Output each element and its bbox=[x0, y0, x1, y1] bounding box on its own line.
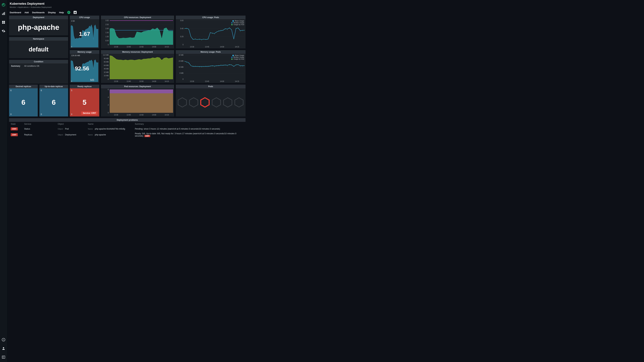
svg-point-128 bbox=[244, 65, 245, 66]
mem-res-panel[interactable]: Memory resources: Deployment 16 MB32 MB4… bbox=[101, 50, 174, 83]
mem-usage-panel[interactable]: Memory usage 128.00 MB 92.56MB 0 bbox=[70, 50, 99, 83]
gear-icon[interactable] bbox=[2, 29, 5, 33]
svg-point-59 bbox=[229, 28, 230, 28]
svg-text:13:50: 13:50 bbox=[139, 46, 144, 48]
svg-point-123 bbox=[234, 65, 234, 66]
svg-text:2.50: 2.50 bbox=[106, 24, 109, 25]
logo-icon[interactable] bbox=[2, 3, 5, 7]
pods-hexagons bbox=[176, 88, 246, 116]
svg-point-120 bbox=[227, 66, 228, 66]
svg-rect-3 bbox=[2, 21, 3, 22]
calendar-icon[interactable]: ▦ bbox=[74, 11, 77, 14]
uptodate-replicas-value: 6 bbox=[40, 88, 68, 116]
mem-res-title: Memory resources: Deployment bbox=[101, 50, 174, 54]
svg-text:0: 0 bbox=[108, 44, 109, 45]
svg-rect-11 bbox=[2, 356, 5, 359]
menu-help[interactable]: Help bbox=[59, 11, 64, 14]
pod-hex-icon-crit[interactable] bbox=[200, 97, 210, 108]
pod-hex-icon[interactable] bbox=[223, 97, 232, 108]
svg-point-113 bbox=[212, 66, 213, 66]
svg-point-124 bbox=[236, 64, 236, 65]
svg-text:6: 6 bbox=[108, 89, 109, 90]
namespace-name: default bbox=[9, 41, 68, 58]
pod-hex-icon[interactable] bbox=[212, 97, 221, 108]
svg-text:4: 4 bbox=[108, 96, 109, 98]
svg-text:13:30: 13:30 bbox=[114, 114, 118, 116]
svg-point-112 bbox=[210, 66, 210, 66]
svg-point-38 bbox=[184, 28, 185, 29]
svg-point-48 bbox=[206, 39, 206, 39]
svg-point-107 bbox=[199, 67, 200, 67]
svg-text:13:30: 13:30 bbox=[114, 46, 118, 48]
ready-replicas-panel[interactable]: Ready replicas 5 0 5 Service: CRIT bbox=[70, 85, 99, 116]
svg-text:1.00: 1.00 bbox=[106, 36, 109, 37]
svg-point-109 bbox=[204, 66, 204, 67]
menu-add[interactable]: Add bbox=[24, 11, 29, 14]
svg-rect-9 bbox=[3, 339, 4, 339]
svg-point-61 bbox=[234, 38, 234, 39]
desired-replicas-value: 6 bbox=[9, 88, 38, 116]
table-row[interactable]: CRIT Replicas ObjectDeployment Namephp-a… bbox=[9, 131, 246, 138]
svg-text:13:40: 13:40 bbox=[126, 114, 131, 116]
svg-point-101 bbox=[186, 62, 187, 63]
svg-point-57 bbox=[225, 29, 226, 29]
svg-point-115 bbox=[216, 66, 217, 66]
pod-hex-icon[interactable] bbox=[189, 97, 198, 108]
svg-text:13:45: 13:45 bbox=[205, 80, 209, 82]
svg-text:13:40: 13:40 bbox=[126, 46, 131, 48]
user-icon[interactable] bbox=[2, 347, 5, 350]
deployment-title: Deployment bbox=[9, 15, 68, 19]
svg-text:14:00: 14:00 bbox=[152, 114, 156, 116]
uptodate-replicas-panel[interactable]: Up-to-date replicas 6 0 6 bbox=[40, 85, 68, 116]
namespace-panel: Namespace default bbox=[9, 37, 68, 58]
svg-point-42 bbox=[193, 39, 193, 39]
svg-point-62 bbox=[236, 28, 236, 28]
svg-text:14:15: 14:15 bbox=[235, 80, 239, 82]
desired-replicas-panel[interactable]: Desired replicas 6 0 6 bbox=[9, 85, 38, 116]
cpu-res-panel[interactable]: CPU resources: Deployment 0.501.001.502.… bbox=[101, 15, 174, 48]
pods-panel[interactable]: Pods bbox=[176, 85, 246, 116]
svg-point-50 bbox=[210, 32, 210, 33]
problems-panel: Deployment problems State Service Object… bbox=[9, 118, 246, 360]
svg-text:14:00: 14:00 bbox=[152, 46, 156, 48]
svg-text:0: 0 bbox=[108, 112, 109, 114]
svg-marker-150 bbox=[235, 98, 243, 107]
svg-marker-149 bbox=[224, 98, 232, 107]
svg-marker-145 bbox=[178, 98, 186, 107]
svg-point-39 bbox=[186, 29, 187, 29]
svg-point-53 bbox=[216, 32, 217, 32]
pod-hex-icon[interactable] bbox=[178, 97, 187, 108]
state-badge: CRIT bbox=[11, 127, 18, 130]
svg-point-66 bbox=[244, 30, 245, 30]
cpu-pods-panel[interactable]: CPU usage: Pods 0.200.400.60013:3013:451… bbox=[176, 15, 246, 48]
menu-display[interactable]: Display bbox=[48, 11, 56, 14]
svg-marker-147 bbox=[201, 98, 209, 107]
deployment-panel: Deployment php-apache bbox=[9, 15, 68, 35]
breadcrumb[interactable]: Monitor > Applications > Kubernetes Depl… bbox=[10, 6, 641, 8]
pod-res-panel[interactable]: Pod resources: Deployment 246013:3013:40… bbox=[101, 85, 174, 116]
mem-usage-value: 92.56 bbox=[75, 65, 89, 72]
svg-text:14:00: 14:00 bbox=[220, 80, 224, 82]
mem-pods-panel[interactable]: Memory usage: Pods 8 MB16 MB24 MB32 MB01… bbox=[176, 50, 246, 83]
table-row[interactable]: CRIT Status ObjectPod Namephp-apache-6cb… bbox=[9, 126, 246, 131]
svg-text:2: 2 bbox=[108, 104, 109, 106]
menu-dashboards[interactable]: Dashboards bbox=[32, 11, 44, 14]
pod-res-chart: 246013:3013:4013:5014:0014:10 bbox=[101, 88, 174, 116]
info-icon[interactable] bbox=[2, 338, 5, 342]
svg-text:13:30: 13:30 bbox=[114, 80, 118, 82]
grid-icon[interactable] bbox=[2, 20, 5, 24]
svg-text:14:15: 14:15 bbox=[235, 46, 239, 48]
svg-text:64 MB: 64 MB bbox=[104, 64, 109, 66]
svg-text:1.50: 1.50 bbox=[106, 32, 109, 33]
svg-point-103 bbox=[191, 65, 191, 66]
pod-hex-icon[interactable] bbox=[234, 97, 244, 108]
menu-dashboard[interactable]: Dashboard bbox=[10, 11, 21, 14]
svg-point-47 bbox=[204, 39, 204, 39]
cpu-usage-panel[interactable]: CPU usage 2.50 1.67 0 bbox=[70, 15, 99, 48]
svg-text:48 MB: 48 MB bbox=[104, 68, 109, 70]
svg-point-43 bbox=[195, 38, 196, 39]
bars-icon[interactable] bbox=[2, 12, 5, 15]
svg-text:0.20: 0.20 bbox=[180, 36, 184, 37]
refresh-icon[interactable]: ⟳ bbox=[67, 11, 70, 14]
panel-icon[interactable] bbox=[2, 355, 5, 359]
